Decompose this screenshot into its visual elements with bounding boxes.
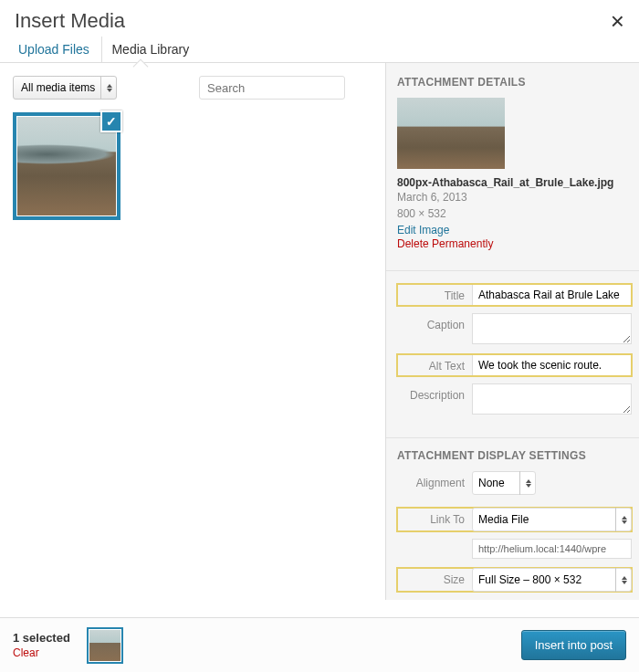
media-grid-panel: All media items ✓ xyxy=(0,63,385,600)
search-input[interactable] xyxy=(199,76,345,100)
attachment-sidebar: ATTACHMENT DETAILS 800px-Athabasca_Rail_… xyxy=(385,63,639,600)
attachment-preview xyxy=(397,98,505,169)
alt-text-input[interactable] xyxy=(472,354,632,376)
close-icon[interactable]: × xyxy=(611,9,624,33)
modal-header: Insert Media × xyxy=(0,0,639,37)
media-filter-select[interactable]: All media items xyxy=(13,76,117,100)
media-thumbnail-selected[interactable]: ✓ xyxy=(13,112,120,220)
display-settings-heading: ATTACHMENT DISPLAY SETTINGS xyxy=(397,449,632,462)
tab-upload-files[interactable]: Upload Files xyxy=(9,37,99,62)
attachment-date: March 6, 2013 xyxy=(397,189,632,205)
edit-image-link[interactable]: Edit Image xyxy=(397,224,449,236)
modal-title: Insert Media xyxy=(15,9,125,33)
link-url-display: http://helium.local:1440/wpre xyxy=(472,539,632,559)
delete-permanently-link[interactable]: Delete Permanently xyxy=(397,237,493,250)
field-description: Description xyxy=(397,383,632,417)
attachment-dimensions: 800 × 532 xyxy=(397,205,632,222)
media-tabs: Upload Files Media Library xyxy=(0,37,639,62)
selection-thumbnail[interactable] xyxy=(87,627,123,664)
field-alignment: Alignment None xyxy=(397,471,632,495)
caption-input[interactable] xyxy=(472,313,632,344)
field-size: Size Full Size – 800 × 532 xyxy=(397,568,632,592)
attachment-filename: 800px-Athabasca_Rail_at_Brule_Lake.jpg xyxy=(397,176,632,189)
field-alt-text: Alt Text xyxy=(397,354,632,376)
title-input[interactable] xyxy=(472,284,632,306)
alignment-select[interactable]: None xyxy=(472,471,536,495)
insert-into-post-button[interactable]: Insert into post xyxy=(521,630,626,660)
attachment-details-heading: ATTACHMENT DETAILS xyxy=(397,76,632,89)
clear-selection-link[interactable]: Clear xyxy=(13,646,70,659)
field-link-to: Link To Media File xyxy=(397,508,632,531)
field-title: Title xyxy=(397,284,632,306)
size-select[interactable]: Full Size – 800 × 532 xyxy=(472,568,632,592)
selection-count: 1 selected xyxy=(13,631,70,645)
field-caption: Caption xyxy=(397,313,632,347)
field-link-url: http://helium.local:1440/wpre xyxy=(397,539,632,559)
link-to-select[interactable]: Media File xyxy=(472,508,632,531)
tab-media-library[interactable]: Media Library xyxy=(101,37,198,62)
modal-footer: 1 selected Clear Insert into post xyxy=(0,617,639,672)
description-input[interactable] xyxy=(472,383,632,415)
checkmark-icon[interactable]: ✓ xyxy=(100,110,122,132)
